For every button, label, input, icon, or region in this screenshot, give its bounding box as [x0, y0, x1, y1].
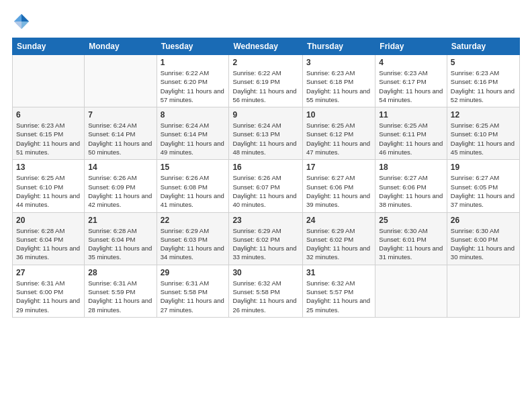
- day-cell: 12Sunrise: 6:25 AM Sunset: 6:10 PM Dayli…: [447, 107, 519, 160]
- day-number: 9: [232, 110, 299, 120]
- week-row-2: 6Sunrise: 6:23 AM Sunset: 6:15 PM Daylig…: [13, 107, 520, 160]
- day-info: Sunrise: 6:23 AM Sunset: 6:15 PM Dayligh…: [16, 121, 81, 156]
- day-info: Sunrise: 6:29 AM Sunset: 6:02 PM Dayligh…: [306, 226, 371, 262]
- day-number: 31: [306, 268, 371, 277]
- day-cell: [85, 55, 157, 107]
- day-number: 27: [16, 268, 81, 277]
- week-row-1: 1Sunrise: 6:22 AM Sunset: 6:20 PM Daylig…: [13, 55, 520, 107]
- day-info: Sunrise: 6:27 AM Sunset: 6:05 PM Dayligh…: [451, 173, 516, 209]
- day-cell: 20Sunrise: 6:28 AM Sunset: 6:04 PM Dayli…: [13, 212, 85, 265]
- col-header-tuesday: Tuesday: [157, 38, 229, 55]
- day-cell: 29Sunrise: 6:31 AM Sunset: 5:58 PM Dayli…: [157, 265, 229, 317]
- day-number: 19: [451, 163, 516, 172]
- day-cell: 18Sunrise: 6:27 AM Sunset: 6:06 PM Dayli…: [375, 160, 447, 212]
- day-number: 24: [306, 216, 371, 225]
- day-number: 5: [451, 58, 516, 67]
- day-info: Sunrise: 6:23 AM Sunset: 6:18 PM Dayligh…: [306, 68, 371, 104]
- day-info: Sunrise: 6:25 AM Sunset: 6:10 PM Dayligh…: [16, 173, 81, 209]
- day-cell: 10Sunrise: 6:25 AM Sunset: 6:12 PM Dayli…: [303, 107, 375, 160]
- day-info: Sunrise: 6:26 AM Sunset: 6:08 PM Dayligh…: [161, 173, 226, 209]
- svg-marker-1: [14, 14, 21, 21]
- day-info: Sunrise: 6:32 AM Sunset: 5:57 PM Dayligh…: [306, 279, 371, 314]
- day-info: Sunrise: 6:27 AM Sunset: 6:06 PM Dayligh…: [306, 173, 371, 209]
- header: [12, 12, 520, 31]
- day-info: Sunrise: 6:22 AM Sunset: 6:20 PM Dayligh…: [161, 68, 226, 104]
- svg-marker-2: [14, 21, 21, 29]
- day-info: Sunrise: 6:29 AM Sunset: 6:02 PM Dayligh…: [232, 226, 299, 262]
- day-cell: 23Sunrise: 6:29 AM Sunset: 6:02 PM Dayli…: [229, 212, 303, 265]
- day-number: 29: [161, 268, 226, 277]
- day-cell: [375, 265, 447, 317]
- day-cell: 14Sunrise: 6:26 AM Sunset: 6:09 PM Dayli…: [85, 160, 157, 212]
- day-number: 23: [232, 216, 299, 225]
- day-info: Sunrise: 6:24 AM Sunset: 6:13 PM Dayligh…: [232, 121, 299, 156]
- day-number: 17: [306, 163, 371, 172]
- day-cell: 28Sunrise: 6:31 AM Sunset: 5:59 PM Dayli…: [85, 265, 157, 317]
- logo: [12, 12, 34, 31]
- day-info: Sunrise: 6:26 AM Sunset: 6:09 PM Dayligh…: [88, 173, 152, 209]
- day-cell: 30Sunrise: 6:32 AM Sunset: 5:58 PM Dayli…: [229, 265, 303, 317]
- day-number: 21: [88, 216, 152, 225]
- day-number: 1: [161, 58, 226, 67]
- week-row-3: 13Sunrise: 6:25 AM Sunset: 6:10 PM Dayli…: [13, 160, 520, 212]
- day-number: 14: [88, 163, 152, 172]
- day-number: 25: [379, 216, 443, 225]
- day-number: 3: [306, 58, 371, 67]
- day-cell: 17Sunrise: 6:27 AM Sunset: 6:06 PM Dayli…: [303, 160, 375, 212]
- day-info: Sunrise: 6:26 AM Sunset: 6:07 PM Dayligh…: [232, 173, 299, 209]
- day-number: 10: [306, 110, 371, 120]
- day-cell: 25Sunrise: 6:30 AM Sunset: 6:01 PM Dayli…: [375, 212, 447, 265]
- day-cell: 22Sunrise: 6:29 AM Sunset: 6:03 PM Dayli…: [157, 212, 229, 265]
- day-cell: [447, 265, 519, 317]
- day-cell: 11Sunrise: 6:25 AM Sunset: 6:11 PM Dayli…: [375, 107, 447, 160]
- day-cell: 3Sunrise: 6:23 AM Sunset: 6:18 PM Daylig…: [303, 55, 375, 107]
- col-header-monday: Monday: [85, 38, 157, 55]
- day-cell: 9Sunrise: 6:24 AM Sunset: 6:13 PM Daylig…: [229, 107, 303, 160]
- day-number: 11: [379, 110, 443, 120]
- day-cell: 21Sunrise: 6:28 AM Sunset: 6:04 PM Dayli…: [85, 212, 157, 265]
- day-cell: 15Sunrise: 6:26 AM Sunset: 6:08 PM Dayli…: [157, 160, 229, 212]
- col-header-friday: Friday: [375, 38, 447, 55]
- day-info: Sunrise: 6:25 AM Sunset: 6:11 PM Dayligh…: [379, 121, 443, 156]
- day-cell: 7Sunrise: 6:24 AM Sunset: 6:14 PM Daylig…: [85, 107, 157, 160]
- calendar-header-row: SundayMondayTuesdayWednesdayThursdayFrid…: [13, 38, 520, 55]
- day-number: 20: [16, 216, 81, 225]
- col-header-wednesday: Wednesday: [229, 38, 303, 55]
- day-number: 8: [161, 110, 226, 120]
- day-number: 12: [451, 110, 516, 120]
- day-info: Sunrise: 6:28 AM Sunset: 6:04 PM Dayligh…: [88, 226, 152, 262]
- col-header-saturday: Saturday: [447, 38, 519, 55]
- day-cell: 26Sunrise: 6:30 AM Sunset: 6:00 PM Dayli…: [447, 212, 519, 265]
- day-number: 15: [161, 163, 226, 172]
- col-header-sunday: Sunday: [13, 38, 85, 55]
- day-number: 6: [16, 110, 81, 120]
- col-header-thursday: Thursday: [303, 38, 375, 55]
- day-number: 16: [232, 163, 299, 172]
- day-number: 2: [232, 58, 299, 67]
- day-info: Sunrise: 6:25 AM Sunset: 6:12 PM Dayligh…: [306, 121, 371, 156]
- day-info: Sunrise: 6:23 AM Sunset: 6:17 PM Dayligh…: [379, 68, 443, 104]
- day-cell: 16Sunrise: 6:26 AM Sunset: 6:07 PM Dayli…: [229, 160, 303, 212]
- day-number: 4: [379, 58, 443, 67]
- day-cell: 27Sunrise: 6:31 AM Sunset: 6:00 PM Dayli…: [13, 265, 85, 317]
- day-info: Sunrise: 6:27 AM Sunset: 6:06 PM Dayligh…: [379, 173, 443, 209]
- day-cell: 13Sunrise: 6:25 AM Sunset: 6:10 PM Dayli…: [13, 160, 85, 212]
- day-info: Sunrise: 6:24 AM Sunset: 6:14 PM Dayligh…: [88, 121, 152, 156]
- day-info: Sunrise: 6:28 AM Sunset: 6:04 PM Dayligh…: [16, 226, 81, 262]
- day-info: Sunrise: 6:29 AM Sunset: 6:03 PM Dayligh…: [161, 226, 226, 262]
- day-info: Sunrise: 6:31 AM Sunset: 6:00 PM Dayligh…: [16, 279, 81, 314]
- day-cell: 1Sunrise: 6:22 AM Sunset: 6:20 PM Daylig…: [157, 55, 229, 107]
- day-cell: 31Sunrise: 6:32 AM Sunset: 5:57 PM Dayli…: [303, 265, 375, 317]
- week-row-4: 20Sunrise: 6:28 AM Sunset: 6:04 PM Dayli…: [13, 212, 520, 265]
- day-number: 28: [88, 268, 152, 277]
- day-info: Sunrise: 6:30 AM Sunset: 6:01 PM Dayligh…: [379, 226, 443, 262]
- svg-marker-3: [21, 21, 29, 29]
- day-info: Sunrise: 6:30 AM Sunset: 6:00 PM Dayligh…: [451, 226, 516, 262]
- svg-marker-0: [21, 14, 29, 21]
- day-cell: [13, 55, 85, 107]
- day-info: Sunrise: 6:31 AM Sunset: 5:58 PM Dayligh…: [161, 279, 226, 314]
- day-cell: 24Sunrise: 6:29 AM Sunset: 6:02 PM Dayli…: [303, 212, 375, 265]
- day-info: Sunrise: 6:22 AM Sunset: 6:19 PM Dayligh…: [232, 68, 299, 104]
- day-cell: 2Sunrise: 6:22 AM Sunset: 6:19 PM Daylig…: [229, 55, 303, 107]
- day-info: Sunrise: 6:31 AM Sunset: 5:59 PM Dayligh…: [88, 279, 152, 314]
